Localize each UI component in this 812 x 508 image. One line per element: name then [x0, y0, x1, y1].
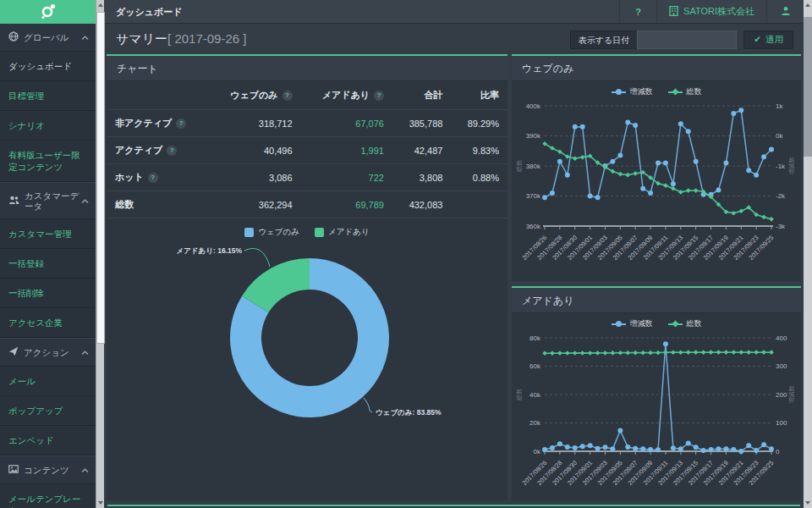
column-header: ウェブのみ?: [209, 81, 300, 110]
dashboard-columns: チャート ウェブのみ?メアドあり?合計比率 非アクティブ?318,71267,0…: [107, 54, 801, 500]
help-icon[interactable]: ?: [374, 91, 384, 101]
sidebar-item[interactable]: メール: [0, 367, 96, 396]
svg-text:400k: 400k: [526, 102, 541, 110]
sidebar-scrollbar[interactable]: [96, 0, 104, 508]
svg-text:-3k: -3k: [776, 223, 786, 230]
table-cell: 3,086: [209, 164, 300, 191]
sidebar-item[interactable]: 一括削除: [0, 279, 96, 308]
mail-chart-legend: 増減数総数: [512, 313, 801, 331]
table-cell: 89.29%: [451, 110, 508, 137]
apply-button[interactable]: ✔適用: [743, 30, 793, 49]
sidebar-section-label: コンテンツ: [24, 465, 81, 475]
column-header: 合計: [392, 81, 451, 110]
legend-item-総数[interactable]: 総数: [668, 318, 702, 329]
svg-text:200: 200: [776, 391, 787, 399]
sidebar-item[interactable]: アクセス企業: [0, 308, 96, 338]
empty-header-cell: [107, 81, 209, 110]
svg-text:総数: 総数: [516, 388, 523, 401]
svg-text:1k: 1k: [776, 102, 783, 110]
table-row: ホット?3,0867223,8080.88%: [107, 164, 508, 191]
user-icon: [781, 6, 791, 18]
column-header: 比率: [451, 81, 508, 110]
circle-marker-icon: [612, 320, 626, 328]
sidebar-section-header[interactable]: コンテンツ: [0, 456, 96, 484]
sidebar: グローバルダッシュボード目標管理シナリオ有料版ユーザー限定コンテンツカスタマーデ…: [0, 24, 96, 508]
summary-table: ウェブのみ?メアドあり?合計比率 非アクティブ?318,71267,076385…: [107, 81, 508, 218]
date-input[interactable]: [637, 30, 737, 49]
sidebar-item[interactable]: ポップアップ: [0, 396, 96, 426]
sidebar-section-label: アクション: [24, 347, 81, 357]
sidebar-item[interactable]: シナリオ: [0, 111, 96, 141]
svg-text:390k: 390k: [526, 132, 541, 140]
sidebar-item[interactable]: カスタマー管理: [0, 219, 96, 249]
donut-legend-item-web[interactable]: ウェブのみ: [244, 227, 299, 238]
row-label: 総数: [107, 191, 209, 218]
donut-legend-item-mail[interactable]: メアドあり: [315, 227, 370, 238]
legend-label: 増減数: [630, 318, 653, 329]
help-icon[interactable]: ?: [283, 91, 293, 101]
svg-text:40k: 40k: [529, 391, 541, 399]
sidebar-item[interactable]: ダッシュボード: [0, 52, 96, 81]
legend-item-総数[interactable]: 総数: [668, 86, 702, 97]
help-icon[interactable]: ?: [167, 146, 177, 156]
svg-text:400: 400: [776, 334, 787, 342]
right-column: ウェブのみ 増減数総数 360k-3k370k-2k380k-1k390k0k4…: [512, 54, 801, 500]
legend-label: 総数: [687, 86, 702, 97]
legend-dot: [616, 89, 622, 95]
sidebar-item[interactable]: 目標管理: [0, 81, 96, 111]
table-cell: 67,076: [301, 110, 392, 137]
main-header: サマリー[ 2017-09-26 ] 表示する日付 ✔適用: [107, 28, 801, 51]
page-title: サマリー[ 2017-09-26 ]: [116, 31, 246, 47]
scroll-down-arrow[interactable]: [96, 498, 105, 508]
table-cell: 0.88%: [451, 164, 508, 191]
donut-label-web-only: ウェブのみ: 83.85%: [376, 408, 442, 417]
svg-text:360k: 360k: [526, 223, 541, 230]
legend-label: メアドあり: [328, 227, 370, 238]
sidebar-item[interactable]: 一括登録: [0, 249, 96, 279]
svg-text:60k: 60k: [529, 362, 541, 370]
sidebar-item[interactable]: メールテンプレート: [0, 484, 96, 508]
svg-text:80k: 80k: [529, 334, 541, 342]
svg-text:380k: 380k: [526, 163, 541, 170]
table-row: アクティブ?40,4961,99142,4879.83%: [107, 137, 508, 164]
chart-panel-title: チャート: [107, 56, 508, 81]
legend-item-増減数[interactable]: 増減数: [612, 86, 653, 97]
table-cell: 362,294: [209, 191, 300, 218]
sidebar-section-header[interactable]: グローバル: [0, 24, 96, 52]
svg-text:0: 0: [776, 448, 780, 456]
sidebar-item[interactable]: 有料版ユーザー限定コンテンツ: [0, 141, 96, 182]
table-cell: 1,991: [301, 137, 392, 164]
circle-marker-icon: [612, 88, 626, 96]
app-logo[interactable]: [0, 0, 96, 24]
company-name: SATORI株式会社: [683, 5, 754, 18]
help-icon[interactable]: ?: [148, 173, 158, 183]
sidebar-section-header[interactable]: カスタマーデータ: [0, 182, 96, 219]
paper-plane-icon: [8, 346, 19, 358]
satori-logo-icon: [40, 3, 57, 21]
row-label: ホット?: [107, 164, 209, 191]
page-scroll-up-arrow[interactable]: [804, 0, 812, 10]
row-label: アクティブ?: [107, 137, 209, 164]
help-icon[interactable]: ?: [176, 119, 186, 129]
topbar: ダッシュボード ? SATORI株式会社: [0, 0, 812, 24]
table-cell: 385,788: [392, 110, 451, 137]
user-menu[interactable]: [766, 0, 804, 23]
page-scrollbar-thumb[interactable]: [804, 17, 812, 157]
sidebar-section-header[interactable]: アクション: [0, 338, 96, 367]
svg-text:300: 300: [776, 362, 787, 370]
page-scroll-down-arrow[interactable]: [804, 498, 812, 508]
next-panel-top-border: [107, 505, 800, 508]
company-menu[interactable]: SATORI株式会社: [656, 0, 766, 23]
sidebar-item[interactable]: エンベッド: [0, 426, 96, 456]
legend-item-増減数[interactable]: 増減数: [612, 318, 653, 329]
table-cell: 722: [301, 164, 392, 191]
page-title-date: [ 2017-09-26 ]: [167, 31, 246, 46]
table-cell: [451, 191, 508, 218]
web-only-panel-title: ウェブのみ: [512, 56, 801, 81]
help-button[interactable]: ?: [619, 0, 656, 23]
mail-panel-title: メアドあり: [512, 288, 801, 313]
table-row: 非アクティブ?318,71267,076385,78889.29%: [107, 110, 508, 137]
sidebar-scrollbar-thumb[interactable]: [96, 12, 105, 344]
scroll-up-arrow[interactable]: [96, 0, 105, 10]
page-scrollbar[interactable]: [804, 0, 812, 508]
